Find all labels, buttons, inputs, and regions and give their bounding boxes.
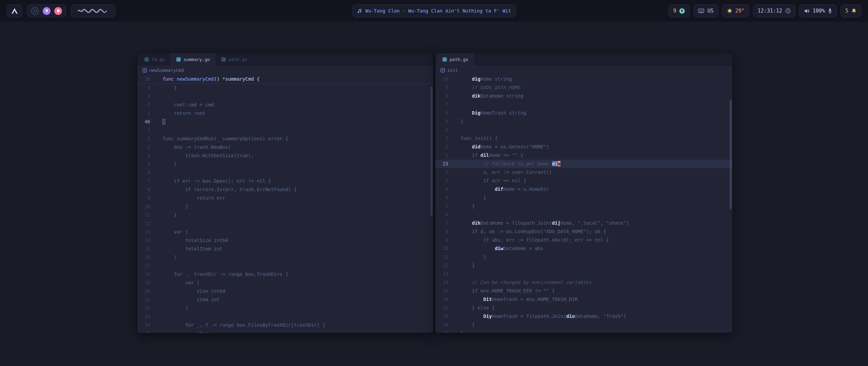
code-text: item++ bbox=[162, 331, 214, 333]
code-line[interactable]: 7 if err := box.Open(); err != nil { bbox=[137, 177, 433, 185]
flash-jump-label: diw bbox=[495, 246, 503, 251]
code-line[interactable]: 17 } else { bbox=[435, 304, 732, 312]
code-line[interactable]: 9 return err bbox=[137, 194, 433, 202]
code-line[interactable]: 19 var ( bbox=[137, 279, 433, 287]
right-breadcrumb[interactable]: init bbox=[435, 66, 732, 75]
tab-path.go[interactable]: path.go bbox=[216, 53, 253, 66]
code-line[interactable]: 13 var ( bbox=[137, 228, 433, 236]
code-line[interactable]: 2 didHome = os.Getenv("HOME") bbox=[435, 143, 732, 151]
media-player-widget[interactable]: Wu-Tang Clan - Wu-Tang Clan Ain't Nuthin… bbox=[352, 4, 516, 17]
code-line[interactable]: 3 difHome = u.HomeDir bbox=[435, 185, 732, 194]
app-launcher-button[interactable] bbox=[7, 4, 22, 17]
line-number: 7 bbox=[435, 219, 452, 227]
tab-rm.go[interactable]: rm.go bbox=[139, 53, 171, 66]
code-line[interactable]: 25 item++ bbox=[137, 329, 433, 333]
code-line[interactable]: 14 // Can be changed by environment vari… bbox=[435, 278, 732, 287]
line-number: 14 bbox=[137, 236, 154, 245]
line-number: 1 bbox=[435, 151, 452, 160]
code-line[interactable]: 16 DitHomeTrash = env.HOME_TRASH_DIR bbox=[435, 295, 732, 304]
right-scrollbar[interactable] bbox=[730, 100, 732, 209]
right-code-area[interactable]: 10 digHome string9 // $XDG_DATA_HOME8 di… bbox=[435, 75, 732, 333]
code-line[interactable]: 12 } bbox=[435, 261, 732, 270]
code-line[interactable]: 1 u, err := user.Current() bbox=[435, 168, 732, 177]
notifications-widget[interactable]: 5 bbox=[841, 4, 861, 17]
code-line[interactable]: 11 } bbox=[435, 253, 732, 261]
code-line[interactable]: 8 if !errors.Is(err, trash.ErrNotFound) … bbox=[137, 185, 433, 194]
code-line[interactable]: 3func init() { bbox=[435, 134, 732, 143]
line-number: 16 bbox=[137, 253, 154, 262]
code-line[interactable]: 2 root.cmd = cmd bbox=[137, 101, 433, 109]
code-text: } bbox=[162, 212, 177, 218]
code-line[interactable]: 4 bbox=[435, 126, 732, 134]
code-line[interactable]: 15 if env.HOME_TRASH_DIR != "" { bbox=[435, 287, 732, 295]
code-line[interactable]: 3 bbox=[137, 92, 433, 101]
code-line[interactable]: 8 dikDataHome string bbox=[435, 92, 732, 100]
line-number: 7 bbox=[435, 100, 452, 109]
workspace-switcher[interactable]: N bbox=[27, 4, 66, 17]
code-line[interactable]: 4 } bbox=[137, 84, 433, 92]
code-line[interactable]: 6 bbox=[435, 210, 732, 219]
code-line[interactable]: 15 totalItem int bbox=[137, 245, 433, 253]
code-line[interactable]: 2 if err == nil { bbox=[435, 177, 732, 185]
code-line[interactable]: 2func summaryCmdRun(_ summaryOptions) er… bbox=[137, 135, 433, 143]
code-line[interactable]: 4 trash.WithGetSize(true), bbox=[137, 151, 433, 160]
code-line[interactable]: 14 totalSize int64 bbox=[137, 236, 433, 245]
code-line[interactable]: 11 } bbox=[137, 211, 433, 219]
code-line[interactable]: 9 // $XDG_DATA_HOME bbox=[435, 83, 732, 92]
code-line[interactable]: 20} bbox=[435, 329, 732, 333]
code-text: ) bbox=[162, 161, 177, 167]
code-line[interactable]: 6 DigHomeTrash string bbox=[435, 109, 732, 117]
code-line[interactable]: 12 bbox=[137, 219, 433, 228]
code-line[interactable]: 22 ) bbox=[137, 304, 433, 312]
code-line[interactable]: 16 ) bbox=[137, 253, 433, 262]
code-line[interactable]: 6 bbox=[137, 168, 433, 177]
keyboard-layout-widget[interactable]: US bbox=[693, 4, 718, 17]
code-line[interactable]: 1 return root bbox=[137, 109, 433, 118]
code-line[interactable]: 1 if dilHome == "" { bbox=[435, 151, 732, 160]
code-line[interactable]: 18 for _, trashDir := range box.TrashDir… bbox=[137, 270, 433, 279]
line-number: 2 bbox=[435, 177, 452, 185]
code-text: DataHome = filepath.Join( bbox=[480, 220, 552, 226]
code-line[interactable]: 17 bbox=[137, 262, 433, 270]
code-line[interactable]: 3 box := trash.NewBox( bbox=[137, 143, 433, 151]
code-line[interactable]: 7 bbox=[435, 100, 732, 109]
code-line[interactable]: 9 if abs, err := filepath.Abs(d); err ==… bbox=[435, 236, 732, 244]
code-line[interactable]: 5} bbox=[435, 117, 732, 126]
code-line[interactable]: 13 bbox=[435, 270, 732, 278]
code-line[interactable]: 5 } bbox=[435, 202, 732, 210]
code-line[interactable]: 1 bbox=[137, 126, 433, 135]
code-line[interactable]: 21 item int bbox=[137, 296, 433, 304]
editor-pane-right: path.go init 10 digHome string9 // $XDG_… bbox=[435, 53, 733, 333]
workspace-1-indicator[interactable] bbox=[31, 7, 39, 15]
breadcrumb-symbol: newSummaryCmd bbox=[149, 68, 184, 73]
left-scrollbar[interactable] bbox=[431, 86, 433, 216]
code-line[interactable]: 24 for _, f := range box.FilesByTrashDir… bbox=[137, 321, 433, 329]
code-line[interactable]: 10 digHome string bbox=[435, 75, 732, 83]
code-line[interactable]: 4 } bbox=[435, 194, 732, 202]
updates-widget[interactable]: 9 bbox=[668, 4, 690, 17]
code-line[interactable]: 23 bbox=[137, 312, 433, 321]
left-breadcrumb[interactable]: newSummaryCmd bbox=[137, 66, 433, 75]
code-line[interactable]: 7 dihDataHome = filepath.Join(dijHome, "… bbox=[435, 219, 732, 227]
code-line[interactable]: 46} bbox=[137, 118, 433, 126]
taskbar-window-item[interactable] bbox=[71, 4, 116, 17]
bell-icon bbox=[851, 8, 856, 14]
code-line[interactable]: 19 } bbox=[435, 321, 732, 329]
weather-widget[interactable]: 29° bbox=[722, 4, 749, 17]
workspace-2-indicator[interactable]: N bbox=[43, 7, 51, 15]
line-number: 16 bbox=[435, 295, 452, 304]
tab-summary.go[interactable]: summary.go bbox=[171, 53, 216, 66]
workspace-3-indicator[interactable] bbox=[54, 7, 62, 15]
code-line[interactable]: 8 if d, ok := os.LookupEnv("XDG_DATA_HOM… bbox=[435, 227, 732, 236]
sticky-context-line[interactable]: 26func newSummaryCmd() *summaryCmd { bbox=[137, 75, 433, 83]
clock-widget[interactable]: 12:31:12 bbox=[753, 4, 795, 17]
code-line[interactable]: 23 // fallback to get home dia bbox=[435, 160, 732, 168]
code-line[interactable]: 20 size int64 bbox=[137, 287, 433, 296]
code-line[interactable]: 18 DiyHomeTrash = filepath.Join(dioDataH… bbox=[435, 312, 732, 321]
tab-path.go[interactable]: path.go bbox=[437, 53, 474, 66]
code-line[interactable]: 10 diwDataHome = abs bbox=[435, 244, 732, 253]
left-code-area[interactable]: 26func newSummaryCmd() *summaryCmd {4 }3… bbox=[137, 75, 433, 333]
code-line[interactable]: 10 } bbox=[137, 202, 433, 211]
code-line[interactable]: 5 ) bbox=[137, 160, 433, 168]
volume-widget[interactable]: 100% bbox=[799, 4, 837, 17]
